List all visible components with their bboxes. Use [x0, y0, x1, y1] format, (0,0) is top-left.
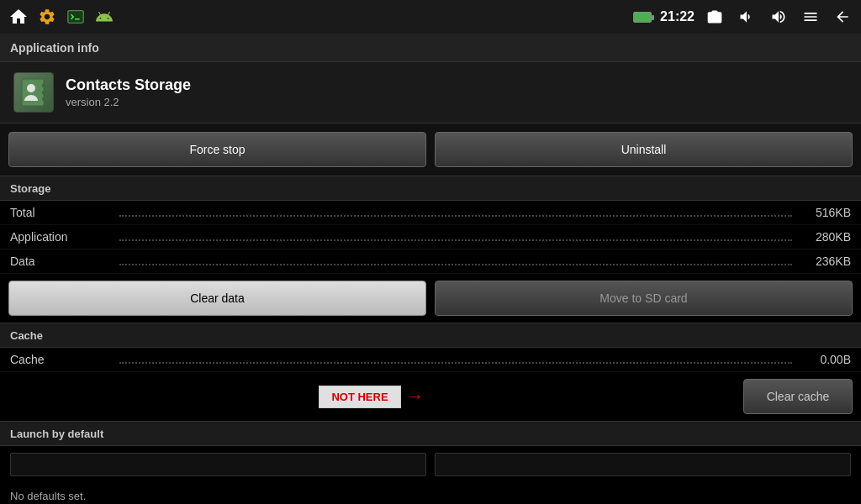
- svg-rect-0: [68, 11, 83, 24]
- cache-value: 0.00B: [800, 353, 851, 366]
- data-storage-row: Data 236KB: [0, 249, 861, 274]
- data-value: 236KB: [800, 255, 851, 268]
- app-version: version 2.2: [66, 96, 191, 108]
- app-icon: [13, 72, 54, 113]
- svg-rect-5: [42, 97, 45, 101]
- application-storage-row: Application 280KB: [0, 225, 861, 249]
- time-display: 21:22: [660, 9, 695, 24]
- back-icon[interactable]: [831, 5, 854, 29]
- cache-buttons-row: NOT HERE → Clear cache: [0, 372, 861, 421]
- action-buttons-row: Force stop Uninstall: [0, 123, 861, 176]
- uninstall-button[interactable]: Uninstall: [435, 132, 853, 167]
- android-icon[interactable]: [92, 5, 116, 29]
- menu-icon[interactable]: [799, 5, 822, 29]
- page-title: Application info: [10, 41, 99, 55]
- no-defaults-text: No defaults set.: [10, 490, 86, 502]
- total-value: 516KB: [800, 206, 851, 219]
- total-dots: [119, 208, 792, 217]
- storage-buttons-row: Clear data Move to SD card: [0, 274, 861, 323]
- clear-data-button[interactable]: Clear data: [8, 281, 426, 316]
- svg-point-6: [27, 84, 35, 92]
- launch-row: [0, 446, 861, 483]
- launch-box-1: [10, 453, 426, 476]
- cache-label: Cache: [10, 353, 111, 366]
- svg-rect-2: [22, 79, 44, 106]
- total-label: Total: [10, 206, 111, 219]
- page-title-bar: Application info: [0, 34, 861, 62]
- cache-storage-row: Cache 0.00B: [0, 348, 861, 372]
- status-bar-right: 21:22: [633, 5, 854, 29]
- data-label: Data: [10, 255, 111, 268]
- application-dots: [119, 233, 792, 241]
- app-header: Contacts Storage version 2.2: [0, 62, 861, 123]
- svg-rect-4: [42, 91, 45, 94]
- force-stop-button[interactable]: Force stop: [8, 132, 426, 167]
- clear-cache-button[interactable]: Clear cache: [743, 379, 853, 414]
- status-bar: 21:22: [0, 0, 861, 34]
- move-to-sd-button[interactable]: Move to SD card: [435, 281, 853, 316]
- gear-icon[interactable]: [35, 5, 59, 29]
- home-icon[interactable]: [7, 5, 30, 29]
- data-dots: [119, 257, 792, 265]
- not-here-arrow: →: [406, 386, 425, 407]
- total-storage-row: Total 516KB: [0, 201, 861, 225]
- volume-icon[interactable]: [735, 5, 758, 29]
- volume-up-icon[interactable]: [767, 5, 790, 29]
- status-bar-left: [7, 5, 116, 29]
- launch-box-2: [435, 453, 851, 476]
- camera-icon[interactable]: [703, 5, 726, 29]
- cache-dots: [119, 355, 792, 364]
- terminal-icon[interactable]: [64, 5, 87, 29]
- main-content: Contacts Storage version 2.2 Force stop …: [0, 62, 861, 504]
- not-here-box: NOT HERE: [319, 386, 400, 408]
- cache-section-header: Cache: [0, 323, 861, 348]
- app-name: Contacts Storage: [66, 76, 191, 94]
- application-value: 280KB: [800, 230, 851, 244]
- launch-section-header: Launch by default: [0, 421, 861, 446]
- storage-section-header: Storage: [0, 176, 861, 201]
- application-label: Application: [10, 230, 111, 244]
- battery-icon: [633, 12, 652, 23]
- svg-rect-3: [42, 84, 45, 87]
- no-defaults-row: No defaults set.: [0, 483, 861, 504]
- app-info: Contacts Storage version 2.2: [66, 76, 191, 108]
